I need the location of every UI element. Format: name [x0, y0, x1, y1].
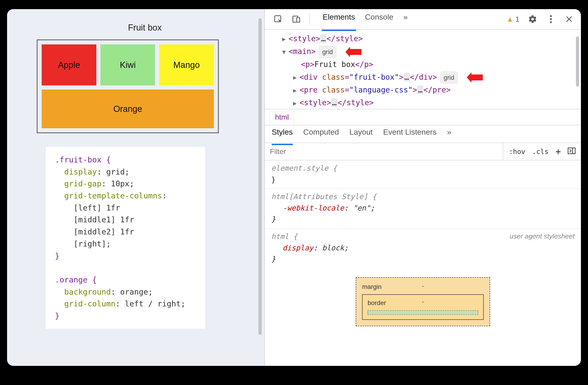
box-model-padding[interactable] — [368, 310, 478, 315]
subtab-styles[interactable]: Styles — [272, 128, 293, 141]
left-scrollbar[interactable] — [258, 18, 262, 353]
styles-filter-row: :hov .cls + — [265, 143, 581, 160]
right-scrollbar[interactable] — [576, 32, 579, 328]
rule-html-ua[interactable]: user agent stylesheet html { display: bl… — [265, 228, 581, 268]
expand-icon[interactable]: ▶ — [282, 34, 289, 44]
box-model-margin[interactable]: margin - border - — [356, 277, 490, 326]
dom-node-div-fruitbox[interactable]: ▶<div class="fruit-box">…</div>grid — [290, 71, 576, 84]
kebab-menu-icon[interactable] — [546, 14, 556, 24]
fruit-apple: Apple — [42, 44, 96, 86]
warnings-indicator[interactable]: ▲ 1 — [506, 15, 520, 23]
svg-rect-2 — [297, 18, 300, 22]
page-title: Fruit box — [37, 23, 253, 33]
tabs-overflow-icon[interactable]: » — [403, 13, 408, 26]
rule-close: } — [271, 215, 275, 223]
styles-filter-tools: :hov .cls + — [503, 143, 581, 160]
grid-badge[interactable]: grid — [319, 46, 336, 58]
box-model-border-top-val: - — [422, 297, 424, 306]
fruit-box-demo: Apple Kiwi Mango Orange — [37, 39, 253, 133]
devtools-pane: Elements Console » ▲ 1 ▶<style>…</style> — [264, 9, 581, 366]
dom-node-style2[interactable]: ▶<style>…</style> — [290, 96, 576, 109]
styles-subtabs: Styles Computed Layout Event Listeners » — [265, 125, 581, 143]
rule-selector: html { — [271, 232, 298, 241]
rule-element-style[interactable]: element.style { } — [265, 160, 581, 188]
devtools-main-tabs: Elements Console » — [323, 13, 408, 26]
expand-icon[interactable]: ▶ — [293, 86, 299, 95]
dom-node-p[interactable]: <p>Fruit box</p> — [290, 58, 576, 71]
warning-icon: ▲ — [506, 15, 514, 23]
box-model-border-label: border — [368, 299, 386, 306]
breadcrumb-html[interactable]: html — [270, 111, 294, 123]
rule-val: block; — [322, 244, 348, 252]
rule-val: "en"; — [353, 204, 375, 212]
dom-node-pre[interactable]: ▶<pre class="language-css">…</pre> — [290, 84, 576, 96]
subtabs-overflow-icon[interactable]: » — [447, 128, 451, 141]
fruit-kiwi: Kiwi — [100, 44, 155, 86]
box-model-border[interactable]: border - — [362, 294, 484, 320]
css-code-block: .fruit-box { display: grid; grid-gap: 10… — [46, 147, 205, 329]
devtools-toolbar: Elements Console » ▲ 1 — [265, 9, 581, 30]
box-model-margin-top-val: - — [422, 281, 424, 290]
subtab-computed[interactable]: Computed — [303, 128, 339, 141]
box-model-diagram: margin - border - — [265, 268, 581, 326]
fruit-box-grid: Apple Kiwi Mango Orange — [37, 39, 219, 133]
warning-count: 1 — [515, 15, 520, 23]
fruit-mango: Mango — [159, 44, 214, 86]
new-style-rule-icon[interactable]: + — [555, 147, 561, 156]
svg-point-4 — [550, 18, 552, 20]
dom-node-main[interactable]: ▼<main>grid — [290, 45, 576, 58]
style-rules-list: element.style { } html[Attributes Style]… — [265, 160, 581, 326]
grid-badge[interactable]: grid — [440, 71, 458, 84]
inspect-icon[interactable] — [273, 14, 283, 24]
hov-toggle[interactable]: :hov — [509, 148, 525, 156]
devtools-window: Fruit box Apple Kiwi Mango Orange .fruit… — [7, 9, 581, 366]
rule-close: } — [271, 255, 275, 263]
dom-tree[interactable]: ▶<style>…</style> ▼<main>grid <p>Fruit b… — [265, 30, 581, 109]
rule-html-attr[interactable]: html[Attributes Style] { -webkit-locale:… — [265, 188, 581, 228]
rule-selector: element.style { — [271, 164, 337, 172]
svg-point-5 — [550, 21, 552, 23]
rule-prop: -webkit-locale — [283, 204, 344, 212]
dom-node-style1[interactable]: ▶<style>…</style> — [290, 32, 576, 45]
arrow-annotation-icon — [345, 47, 361, 57]
left-scrollbar-thumb[interactable] — [258, 18, 262, 335]
collapse-icon[interactable]: ▼ — [282, 47, 289, 57]
tab-elements[interactable]: Elements — [323, 13, 355, 26]
ua-stylesheet-note: user agent stylesheet — [510, 231, 575, 242]
box-model-margin-label: margin — [362, 283, 382, 290]
arrow-annotation-icon — [467, 72, 483, 83]
svg-rect-6 — [568, 148, 575, 154]
subtab-layout[interactable]: Layout — [349, 128, 373, 141]
rule-prop: display — [283, 244, 313, 252]
subtab-event[interactable]: Event Listeners — [383, 128, 437, 141]
styles-filter-input[interactable] — [265, 143, 503, 160]
expand-icon[interactable]: ▶ — [293, 98, 299, 108]
device-toggle-icon[interactable] — [291, 14, 301, 24]
page-preview-pane: Fruit box Apple Kiwi Mango Orange .fruit… — [7, 9, 264, 366]
right-scrollbar-thumb[interactable] — [576, 37, 579, 86]
toggle-sidebar-icon[interactable] — [568, 147, 575, 156]
dom-breadcrumb: html — [265, 109, 581, 125]
cls-toggle[interactable]: .cls — [532, 148, 549, 156]
close-devtools-icon[interactable] — [564, 14, 574, 24]
rule-selector: html[Attributes Style] { — [271, 192, 377, 201]
expand-icon[interactable]: ▶ — [293, 72, 299, 83]
tab-console[interactable]: Console — [365, 13, 394, 26]
rule-close: } — [271, 175, 275, 184]
svg-point-3 — [550, 15, 552, 17]
settings-icon[interactable] — [528, 14, 538, 24]
fruit-orange: Orange — [42, 89, 214, 128]
